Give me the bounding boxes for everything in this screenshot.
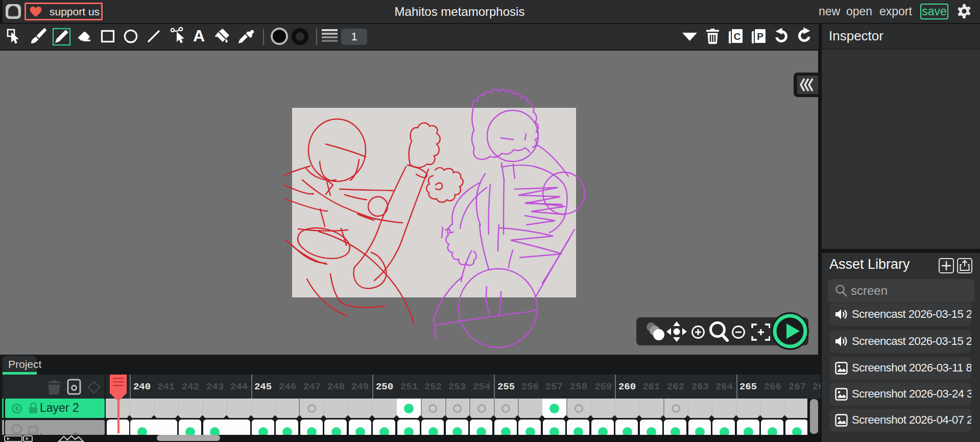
svg-text:C: C bbox=[734, 31, 741, 42]
svg-text:P: P bbox=[757, 31, 763, 42]
